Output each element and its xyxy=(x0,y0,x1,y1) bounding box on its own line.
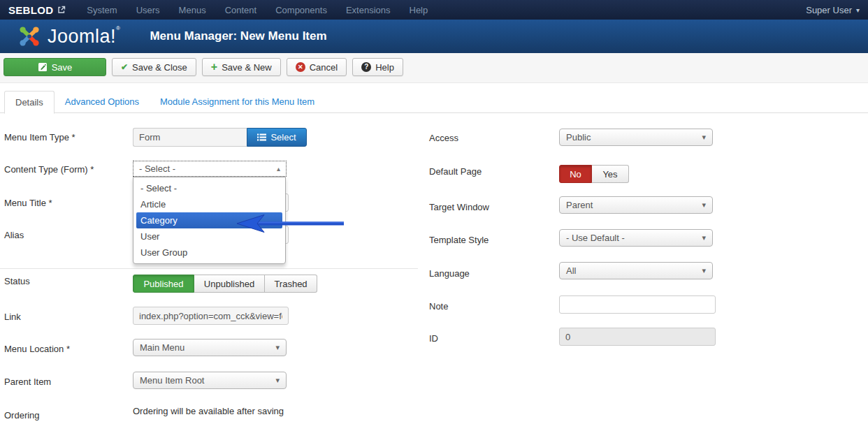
list-icon xyxy=(257,133,266,141)
menu-location-label: Menu Location * xyxy=(4,344,70,354)
template-style-select[interactable]: - Use Default - ▾ xyxy=(559,229,713,247)
save-icon xyxy=(38,62,48,72)
option-category[interactable]: Category xyxy=(136,212,282,228)
content-type-label: Content Type (Form) * xyxy=(4,164,94,175)
save-button-label: Save xyxy=(52,62,73,73)
content-type-selected-value: - Select - xyxy=(139,163,175,174)
parent-item-label: Parent Item xyxy=(4,377,51,387)
check-icon: ✔ xyxy=(121,62,128,72)
joomla-header: Joomla!® Menu Manager: New Menu Item xyxy=(0,20,868,53)
status-trashed-button[interactable]: Trashed xyxy=(265,275,317,293)
chevron-down-icon: ▾ xyxy=(702,200,706,210)
default-page-yes-button[interactable]: Yes xyxy=(592,165,629,183)
option-select[interactable]: - Select - xyxy=(136,180,282,196)
alias-label: Alias xyxy=(4,230,24,240)
top-menu: System Users Menus Content Components Ex… xyxy=(87,5,428,15)
plus-icon: + xyxy=(211,61,217,73)
content-type-dropdown[interactable]: - Select - ▴ xyxy=(133,161,287,177)
default-page-no-button[interactable]: No xyxy=(559,165,592,183)
ordering-label: Ordering xyxy=(4,410,40,421)
help-label: Help xyxy=(375,62,394,73)
default-page-label: Default Page xyxy=(429,166,482,177)
user-menu-label: Super User xyxy=(806,5,852,15)
option-article[interactable]: Article xyxy=(136,196,282,212)
toolbar: Save ✔ Save & Close + Save & New ✕ Cance… xyxy=(0,53,868,83)
caret-down-icon: ▾ xyxy=(856,6,860,14)
id-input[interactable] xyxy=(559,328,716,346)
target-window-select[interactable]: Parent ▾ xyxy=(559,196,713,214)
chevron-down-icon: ▾ xyxy=(275,343,280,352)
menu-location-select[interactable]: Main Menu ▾ xyxy=(133,339,287,356)
page-title: Menu Manager: New Menu Item xyxy=(150,29,326,43)
menu-item-type-select-button[interactable]: Select xyxy=(247,128,307,147)
language-value: All xyxy=(566,265,576,276)
note-label: Note xyxy=(429,301,448,312)
help-icon: ? xyxy=(361,62,371,72)
template-style-value: - Use Default - xyxy=(566,233,625,243)
topmenu-item-users[interactable]: Users xyxy=(136,5,160,15)
top-admin-bar: SEBLOD System Users Menus Content Compon… xyxy=(0,0,868,20)
status-label: Status xyxy=(4,276,30,286)
menu-item-type-label: Menu Item Type * xyxy=(4,132,75,143)
option-user[interactable]: User xyxy=(136,228,282,244)
external-link-icon xyxy=(57,6,66,14)
note-input[interactable] xyxy=(559,295,716,314)
status-published-button[interactable]: Published xyxy=(133,275,194,293)
save-and-close-button[interactable]: ✔ Save & Close xyxy=(112,58,196,76)
language-select[interactable]: All ▾ xyxy=(559,262,713,279)
id-label: ID xyxy=(429,333,438,344)
access-label: Access xyxy=(429,133,458,143)
save-and-close-label: Save & Close xyxy=(132,62,187,73)
tab-bar: Details Advanced Options Module Assignme… xyxy=(0,91,868,113)
joomla-logo-text: Joomla!® xyxy=(48,24,120,48)
menu-location-value: Main Menu xyxy=(140,342,185,353)
ordering-note: Ordering will be available after saving xyxy=(133,406,284,416)
parent-item-select[interactable]: Menu Item Root ▾ xyxy=(133,372,287,389)
joomla-logo: Joomla!® xyxy=(17,24,120,48)
joomla-logo-icon xyxy=(17,24,42,48)
parent-item-value: Menu Item Root xyxy=(140,375,205,386)
access-value: Public xyxy=(566,132,591,143)
content-type-options-list: - Select - Article Category User User Gr… xyxy=(133,177,286,264)
status-unpublished-button[interactable]: Unpublished xyxy=(194,275,265,293)
target-window-value: Parent xyxy=(566,200,593,210)
registered-mark: ® xyxy=(116,25,120,31)
tab-module-assignment[interactable]: Module Assignment for this Menu Item xyxy=(150,91,325,112)
topmenu-item-menus[interactable]: Menus xyxy=(179,5,206,15)
chevron-down-icon: ▾ xyxy=(702,233,706,242)
cancel-icon: ✕ xyxy=(296,62,305,72)
access-select[interactable]: Public ▾ xyxy=(559,129,713,146)
help-button[interactable]: ? Help xyxy=(352,58,403,76)
default-page-group: No Yes xyxy=(559,165,629,183)
language-label: Language xyxy=(429,268,470,279)
target-window-label: Target Window xyxy=(429,202,489,212)
tab-details[interactable]: Details xyxy=(4,91,55,114)
topmenu-item-system[interactable]: System xyxy=(87,5,117,15)
chevron-down-icon: ▾ xyxy=(702,133,706,142)
chevron-up-icon: ▴ xyxy=(277,165,280,173)
admin-page: SEBLOD System Users Menus Content Compon… xyxy=(0,0,868,431)
chevron-down-icon: ▾ xyxy=(702,266,706,275)
brand-label: SEBLOD xyxy=(8,4,53,16)
menu-item-type-group: Select xyxy=(133,128,307,147)
status-button-group: Published Unpublished Trashed xyxy=(133,275,317,293)
cancel-button[interactable]: ✕ Cancel xyxy=(287,58,347,76)
user-menu[interactable]: Super User ▾ xyxy=(806,5,860,15)
link-input[interactable] xyxy=(133,307,289,325)
menu-title-label: Menu Title * xyxy=(4,198,52,208)
template-style-label: Template Style xyxy=(429,235,489,245)
topmenu-item-components[interactable]: Components xyxy=(275,5,327,15)
topmenu-item-extensions[interactable]: Extensions xyxy=(346,5,391,15)
brand-seblod-link[interactable]: SEBLOD xyxy=(8,4,66,16)
option-user-group[interactable]: User Group xyxy=(136,244,282,261)
save-button[interactable]: Save xyxy=(3,58,106,76)
cancel-label: Cancel xyxy=(310,62,338,73)
tab-advanced-options[interactable]: Advanced Options xyxy=(55,91,150,112)
topmenu-item-help[interactable]: Help xyxy=(410,5,428,15)
save-and-new-button[interactable]: + Save & New xyxy=(202,58,281,76)
save-and-new-label: Save & New xyxy=(222,62,272,73)
link-label: Link xyxy=(4,312,21,322)
topmenu-item-content[interactable]: Content xyxy=(225,5,257,15)
menu-item-type-input[interactable] xyxy=(133,128,247,147)
select-button-label: Select xyxy=(270,132,296,143)
